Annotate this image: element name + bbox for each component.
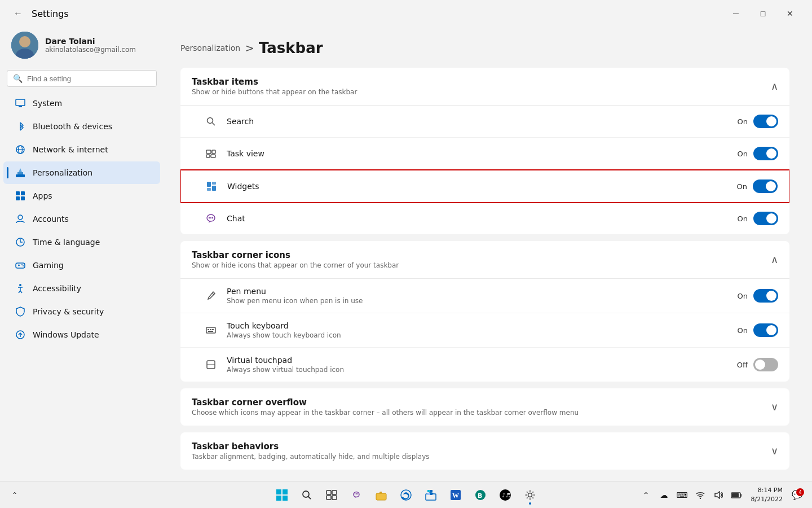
toggle-widgets[interactable] [753,179,778,193]
sidebar-item-network[interactable]: Network & internet [3,138,160,161]
svg-rect-42 [208,329,209,330]
page-title: Taskbar [259,40,323,56]
search-box[interactable]: 🔍 [7,70,157,87]
tray-chevron-icon[interactable]: ⌃ [7,485,23,505]
accounts-icon [15,213,26,225]
sidebar-item-accounts[interactable]: Accounts [3,208,160,230]
setting-row-info-taskview: Task view [227,149,738,158]
setting-row-info-chat: Chat [227,214,738,223]
svg-rect-43 [210,329,211,330]
section-collapse-taskbar-items[interactable]: ∧ [771,80,778,93]
svg-rect-10 [17,172,23,174]
tray-chevron[interactable]: ⌃ [638,485,654,505]
sidebar-item-label-accessibility: Accessibility [33,284,81,293]
tray-cloud-icon[interactable]: ☁ [656,485,672,505]
touch-keyboard-icon [203,322,219,338]
toggle-touch-keyboard[interactable] [753,323,778,337]
taskbar-bing-button[interactable]: B [469,484,492,506]
notification-area[interactable]: 💬 4 [789,487,805,503]
back-button[interactable]: ← [9,6,27,21]
section-header-info: Taskbar items Show or hide buttons that … [192,77,357,96]
sidebar-item-privacy[interactable]: Privacy & security [3,300,160,323]
section-header-behaviors[interactable]: Taskbar behaviors Taskbar alignment, bad… [180,432,789,470]
toggle-chat[interactable] [753,212,778,225]
setting-control-widgets: On [737,179,778,193]
svg-text:W: W [452,492,459,500]
toggle-virtual-touchpad[interactable] [753,358,778,371]
tray-speaker-icon[interactable] [710,485,726,505]
section-collapse-corner-icons[interactable]: ∧ [771,253,778,266]
taskbar-search-button[interactable] [295,484,318,506]
accessibility-icon [15,283,26,294]
taskbar-store-button[interactable] [420,484,442,506]
toggle-search[interactable] [753,115,778,128]
section-collapse-behaviors[interactable]: ∨ [771,445,778,457]
user-profile[interactable]: Dare Tolani akinolatolasco@gmail.com [0,23,164,68]
svg-point-3 [20,37,30,47]
svg-point-60 [356,493,357,494]
section-subtitle-taskbar-items: Show or hide buttons that appear on the … [192,88,357,96]
setting-row-pen-menu: Pen menu Show pen menu icon when pen is … [180,279,789,313]
section-taskbar-corner-icons: Taskbar corner icons Show or hide icons … [180,241,789,382]
toggle-label-widgets: On [737,182,747,191]
sidebar-item-time[interactable]: Time & language [3,231,160,253]
minimize-button[interactable]: ─ [723,5,749,23]
svg-text:B: B [478,492,482,500]
taskbar-edge-button[interactable] [395,484,417,506]
section-collapse-corner-overflow[interactable]: ∨ [771,401,778,413]
sidebar-item-windows-update[interactable]: Windows Update [3,323,160,346]
section-taskbar-corner-overflow: Taskbar corner overflow Choose which ico… [180,388,789,426]
taskbar-settings-button[interactable] [519,484,541,506]
notification-badge: 4 [796,488,804,496]
taskbar-word-button[interactable]: W [444,484,467,506]
taskbar-taskview-button[interactable] [320,484,343,506]
sidebar-item-accessibility[interactable]: Accessibility [3,277,160,300]
toggle-knob-taskview [766,148,776,159]
svg-point-61 [358,493,359,494]
toggle-pen-menu[interactable] [753,289,778,303]
section-subtitle-corner-overflow: Choose which icons may appear in the tas… [192,409,579,417]
svg-line-40 [212,293,214,295]
svg-rect-57 [332,496,337,500]
setting-row-info-pen-menu: Pen menu Show pen menu icon when pen is … [227,287,738,305]
section-header-corner-overflow[interactable]: Taskbar corner overflow Choose which ico… [180,388,789,426]
tray-keyboard-icon[interactable]: ⌨ [674,485,690,505]
setting-control-virtual-touchpad: Off [737,358,778,371]
sidebar-item-bluetooth[interactable]: Bluetooth & devices [3,115,160,138]
setting-label-pen-menu: Pen menu [227,287,738,296]
close-button[interactable]: ✕ [777,5,803,23]
taskbar-teams-button[interactable] [345,484,368,506]
maximize-button[interactable]: □ [750,5,776,23]
svg-marker-78 [715,492,720,498]
tray-battery-icon[interactable] [729,485,744,505]
user-info: Dare Tolani akinolatolasco@gmail.com [45,37,136,54]
sidebar-item-system[interactable]: System [3,92,160,115]
section-title-taskbar-items: Taskbar items [192,77,357,87]
svg-point-26 [208,118,213,124]
tray-wifi-icon[interactable] [692,485,708,505]
setting-label-touch-keyboard: Touch keyboard [227,321,738,330]
apps-icon [15,190,26,202]
time-display[interactable]: 8:14 PM 8/21/2022 [748,485,786,505]
setting-row-taskview: Task view On [180,138,789,170]
sidebar-item-personalization[interactable]: Personalization [3,161,160,184]
svg-rect-55 [332,491,337,494]
toggle-taskview[interactable] [753,147,778,160]
setting-row-widgets: Widgets On [180,169,789,203]
chat-setting-icon [203,211,219,226]
svg-rect-56 [326,496,331,500]
svg-rect-13 [16,196,20,200]
svg-rect-68 [427,493,430,495]
sidebar-item-gaming[interactable]: Gaming [3,254,160,277]
svg-rect-4 [16,99,25,106]
svg-rect-66 [427,490,430,492]
taskbar-tiktok-button[interactable]: ♪♬ [494,484,517,506]
search-input[interactable] [27,75,151,83]
start-button[interactable] [271,484,293,506]
title-bar-left: ← Settings [9,6,69,21]
taskbar-explorer-button[interactable] [370,484,392,506]
toggle-knob-widgets [766,181,776,191]
sidebar-item-apps[interactable]: Apps [3,185,160,207]
breadcrumb-parent[interactable]: Personalization [180,43,240,52]
toggle-knob-chat [766,213,776,224]
